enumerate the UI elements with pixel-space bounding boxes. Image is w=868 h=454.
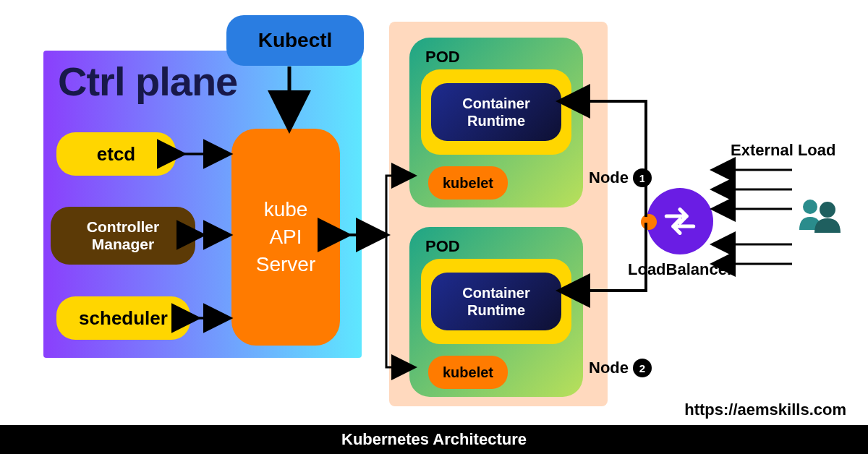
- runtime-l1: Container: [462, 95, 529, 112]
- svg-point-1: [820, 202, 835, 218]
- users-icon: [796, 194, 846, 237]
- scheduler-box: scheduler: [56, 296, 190, 340]
- node-tag-text-1: Node: [589, 168, 629, 187]
- api-label-3: Server: [256, 251, 315, 278]
- scheduler-label: scheduler: [79, 307, 168, 330]
- load-balancer-label: LoadBalancer: [628, 260, 733, 279]
- node-1-tag: Node 1: [589, 168, 652, 187]
- kubelet-2-label: kubelet: [443, 364, 493, 381]
- kubectl-label: Kubectl: [258, 29, 333, 52]
- etcd-box: etcd: [56, 132, 176, 176]
- api-server-box: kube API Server: [231, 129, 340, 346]
- api-label-1: kube: [264, 196, 308, 223]
- svg-point-0: [803, 200, 817, 214]
- node-1: POD Container Runtime kubelet: [409, 38, 583, 207]
- node-1-number: 1: [633, 168, 652, 187]
- diagram-title-bar: Kubernetes Architecture: [0, 425, 868, 454]
- pod-2: Container Runtime: [421, 259, 571, 344]
- container-runtime-1: Container Runtime: [431, 83, 561, 141]
- runtime2-l1: Container: [462, 284, 529, 301]
- source-url: https://aemskills.com: [684, 401, 846, 419]
- control-plane-heading: Ctrl plane: [58, 58, 237, 105]
- runtime2-l2: Runtime: [467, 301, 525, 319]
- pod-label-2: POD: [425, 237, 571, 256]
- external-load-label: External Load: [731, 141, 835, 160]
- pod-1: Container Runtime: [421, 69, 571, 155]
- node-2-tag: Node 2: [589, 359, 652, 377]
- api-label-2: API: [269, 223, 302, 251]
- lb-connector-dot: [641, 214, 657, 230]
- kubectl-box: Kubectl: [226, 15, 364, 66]
- etcd-label: etcd: [97, 143, 135, 166]
- kubelet-2: kubelet: [428, 356, 508, 389]
- kubelet-1-label: kubelet: [443, 175, 493, 192]
- container-runtime-2: Container Runtime: [431, 273, 561, 330]
- kubelet-1: kubelet: [428, 166, 508, 200]
- node-2: POD Container Runtime kubelet: [409, 227, 583, 397]
- controller-label-1: Controller: [87, 218, 159, 236]
- controller-label-2: Manager: [92, 236, 154, 253]
- runtime-l2: Runtime: [467, 112, 525, 129]
- swap-arrows-icon: [660, 201, 700, 241]
- controller-manager-box: Controller Manager: [51, 207, 195, 265]
- diagram-title: Kubernetes Architecture: [341, 430, 527, 449]
- node-2-number: 2: [633, 359, 652, 377]
- pod-label-1: POD: [425, 48, 571, 67]
- node-tag-text-2: Node: [589, 359, 629, 377]
